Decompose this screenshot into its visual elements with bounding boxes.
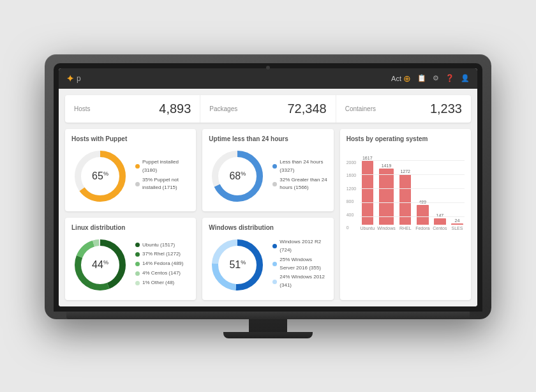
stats-bar: Hosts 4,893 Packages 72,348 Containers 1… bbox=[65, 95, 471, 123]
stat-containers: Containers 1,233 bbox=[336, 95, 471, 123]
monitor-bottom bbox=[66, 312, 470, 319]
hosts-label: Hosts bbox=[74, 105, 91, 112]
packages-value: 72,348 bbox=[287, 102, 326, 116]
stat-packages: Packages 72,348 bbox=[200, 95, 336, 123]
act-label: Act bbox=[391, 75, 401, 82]
screen: ✦ p Act ⊕ 📋 ⚙ ❓ 👤 bbox=[59, 68, 477, 306]
monitor-bezel: ✦ p Act ⊕ 📋 ⚙ ❓ 👤 bbox=[54, 63, 482, 312]
chart-hosts-puppet-title: Hosts with Puppet bbox=[71, 135, 190, 142]
topbar: ✦ p Act ⊕ 📋 ⚙ ❓ 👤 bbox=[59, 68, 477, 89]
packages-label: Packages bbox=[209, 105, 237, 112]
logo-area: ✦ p bbox=[66, 73, 81, 84]
act-button[interactable]: Act ⊕ bbox=[391, 73, 411, 84]
containers-value: 1,233 bbox=[430, 102, 462, 116]
nav-icon-3[interactable]: ❓ bbox=[445, 74, 454, 82]
dashboard: Hosts 4,893 Packages 72,348 Containers 1… bbox=[59, 89, 477, 306]
nav-icon-1[interactable]: 📋 bbox=[417, 74, 426, 82]
monitor: ✦ p Act ⊕ 📋 ⚙ ❓ 👤 bbox=[45, 54, 491, 338]
nav-icon-2[interactable]: ⚙ bbox=[433, 74, 439, 82]
containers-label: Containers bbox=[345, 105, 376, 112]
stat-hosts: Hosts 4,893 bbox=[65, 95, 200, 123]
topbar-right: Act ⊕ 📋 ⚙ ❓ 👤 bbox=[391, 73, 470, 84]
plus-icon: ⊕ bbox=[403, 73, 411, 84]
nav-icon-4[interactable]: 👤 bbox=[461, 74, 470, 82]
stand-neck bbox=[249, 319, 287, 332]
charts-grid: Hosts with Puppet 65% Puppet installed (… bbox=[65, 129, 471, 300]
hosts-value: 4,893 bbox=[159, 102, 191, 116]
puppet-icon: ✦ bbox=[66, 73, 74, 84]
puppet-p-label: p bbox=[77, 74, 81, 83]
stand-base bbox=[223, 332, 313, 338]
monitor-outer: ✦ p Act ⊕ 📋 ⚙ ❓ 👤 bbox=[45, 54, 491, 319]
